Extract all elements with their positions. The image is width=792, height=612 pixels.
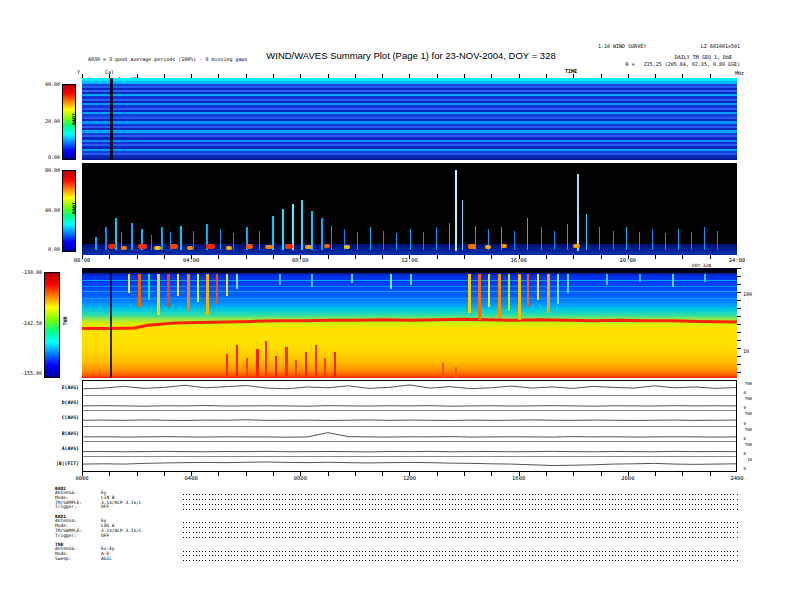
rad1-streak: [665, 233, 666, 250]
footer-line-label: Sweep:: [55, 557, 101, 562]
time-axis-rad: 00:0004:0008:0012:0016:0020:0024:00: [82, 257, 737, 265]
rad1-streak: [301, 200, 303, 251]
instrument-mode-footer: RAD2Antenna:EyMode:LIN BTM/SAMPLE:3.1s/0…: [55, 486, 739, 566]
footer-line-value: OFF: [101, 505, 181, 510]
strip-chart-plot: [83, 396, 736, 410]
strip-chart-trace: [83, 462, 736, 466]
footer-line: Trigger:OFF: [55, 534, 739, 539]
tnr-colorbar-mid: -142.50: [10, 320, 42, 326]
time-tick-label: 00:00: [74, 257, 91, 263]
rad1-burst-blob: [285, 244, 293, 249]
rad2-band: [82, 158, 737, 160]
rad1-burst-blob: [246, 244, 253, 249]
time-tick-label: 0000: [75, 475, 88, 481]
time-tick-label: 04:00: [183, 257, 200, 263]
daily-tm-label: DAILY TM SEQ 1, DbE: [675, 54, 732, 61]
rad1-streak: [541, 227, 542, 250]
strip-chart-label: C(AVG): [35, 415, 79, 420]
tnr-burst-streak: [157, 274, 160, 316]
rad1-streak: [514, 231, 515, 250]
rad1-spectrogram: [82, 163, 737, 255]
tnr-panel-label: TNR: [62, 316, 68, 325]
y-axis-char: Y: [77, 69, 80, 76]
strip-chart-trace: [83, 406, 736, 407]
rad1-streak: [233, 233, 234, 250]
strip-chart-plot: [83, 411, 736, 425]
rad1-streak: [626, 227, 627, 250]
footer-dotted-leader: [183, 553, 739, 557]
rad1-colorbar-min: 0.00: [28, 246, 60, 252]
rad1-streak: [370, 227, 371, 250]
time-tick-label: 2400: [730, 475, 743, 481]
rad1-burst-blob: [305, 245, 312, 249]
rad1-streak: [131, 223, 133, 251]
tnr-bottom-spike: [256, 349, 259, 378]
time-tick-label: 0800: [294, 475, 307, 481]
time-tick-label: 08:00: [292, 257, 309, 263]
telemetry-version-label: 1.10 WIND SURVEY: [598, 43, 646, 50]
rad1-streak: [586, 214, 587, 251]
strip-chart-trace: [83, 385, 736, 389]
rad1-streak: [105, 227, 107, 250]
strip-chart-trace: [83, 451, 736, 452]
tnr-burst-streak: [527, 274, 529, 307]
strip-chart-min-label: 0: [744, 436, 746, 441]
tnr-bottom-spike: [246, 358, 248, 378]
rad1-burst-blob: [108, 244, 116, 249]
rad1-streak: [717, 231, 718, 250]
tnr-burst-streak: [148, 274, 150, 300]
strip-chart-max-label: 700: [745, 427, 752, 432]
strip-chart-row: A(AVG)7000: [83, 442, 736, 457]
tnr-burst-streak: [537, 274, 539, 300]
rad1-streak: [423, 232, 424, 250]
rad1-panel-label: RAD1: [71, 202, 77, 214]
tnr-plasma-line-layer: [82, 268, 737, 378]
rad1-burst-blob: [226, 246, 232, 250]
rad1-streak: [396, 233, 397, 250]
tnr-plasma-line: [82, 319, 737, 328]
tnr-spectrogram: [82, 268, 737, 378]
rad1-colorbar-mid: 40.00: [28, 207, 60, 213]
footer-dotted-leader: [183, 548, 739, 552]
tnr-cal-line: [110, 268, 112, 378]
tnr-burst-streak: [557, 274, 559, 305]
tnr-burst-streak: [197, 274, 199, 303]
tnr-bottom-spike: [285, 347, 288, 378]
time-tick-label: 20:00: [620, 257, 637, 263]
tnr-bottom-spike: [295, 360, 297, 378]
strip-chart-min-label: 0: [744, 451, 746, 456]
tnr-burst-streak: [606, 274, 608, 285]
rad1-burst-blob: [573, 244, 580, 248]
tnr-bottom-spike: [315, 345, 317, 378]
rad2-spectrogram: [82, 78, 737, 160]
rad1-streak: [383, 231, 384, 250]
tnr-burst-streak: [518, 274, 521, 320]
strip-chart-row: D(AVG)7000: [83, 396, 736, 411]
rad1-streak: [259, 231, 260, 250]
tnr-burst-streak: [498, 274, 501, 318]
strip-chart-max-label: 700: [745, 442, 752, 447]
footer-dotted-leader: [183, 520, 739, 524]
rad1-streak: [449, 223, 450, 251]
rad1-streak: [527, 218, 528, 250]
tnr-burst-streak: [177, 274, 179, 296]
strip-chart-trace: [83, 420, 736, 421]
parameter-strip-charts: E(AVG)7000D(AVG)7000C(AVG)7000B(AVG)7000…: [82, 380, 737, 472]
footer-dotted-leader: [183, 492, 739, 496]
footer-line: Trigger:OFF: [55, 505, 739, 510]
tnr-colorbar-min: -155.00: [10, 370, 42, 376]
footer-line-label: Trigger:: [55, 534, 101, 539]
footer-dotted-leader: [183, 558, 739, 562]
footer-line-label: Trigger:: [55, 505, 101, 510]
wind-waves-summary-page: A030 = 3 good average periods (100%) - 0…: [0, 0, 792, 612]
footer-group: RAD2Antenna:EyMode:LIN BTM/SAMPLE:3.1s/0…: [55, 486, 739, 510]
tnr-burst-streak: [672, 274, 674, 287]
tnr-horizontal-band: [82, 298, 737, 299]
page-title: WIND/WAVES Summary Plot (Page 1) for 23-…: [90, 50, 732, 61]
tnr-burst-streak: [128, 274, 130, 294]
strip-chart-label: E(AVG): [35, 385, 79, 390]
tnr-bottom-spike: [305, 352, 307, 378]
tnr-burst-streak: [567, 274, 569, 294]
rad1-burst-blob: [485, 245, 491, 249]
rad1-streak: [282, 209, 284, 250]
